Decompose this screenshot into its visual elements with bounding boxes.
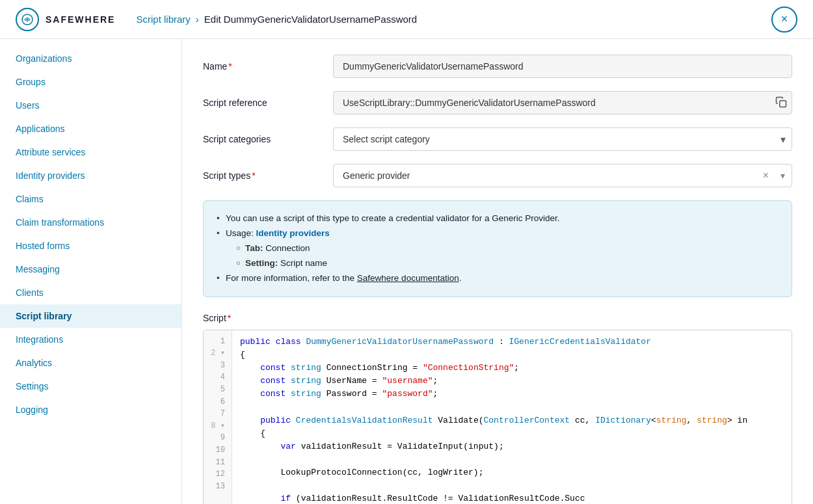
info-bullet-2: Usage: Identity providers Tab: Connectio… xyxy=(217,226,779,271)
script-reference-row: Script reference xyxy=(203,91,792,114)
sidebar-item-identity-providers[interactable]: Identity providers xyxy=(0,164,181,187)
breadcrumb-current: Edit DummyGenericValidatorUsernamePasswo… xyxy=(204,14,417,25)
sidebar-item-logging[interactable]: Logging xyxy=(0,398,181,421)
sidebar-item-clients[interactable]: Clients xyxy=(0,281,181,304)
code-line-10 xyxy=(240,453,784,466)
code-line-7: public CredentialsValidationResult Valid… xyxy=(240,414,784,427)
sidebar-item-analytics[interactable]: Analytics xyxy=(0,351,181,375)
safewhere-docs-link[interactable]: Safewhere documentation xyxy=(357,273,459,283)
script-reference-input-wrapper xyxy=(333,91,792,114)
info-tab: Tab: Connection xyxy=(236,241,779,256)
code-line-4: const string UserName = "username"; xyxy=(240,375,784,388)
sidebar-item-applications[interactable]: Applications xyxy=(0,117,181,140)
sidebar-item-script-library[interactable]: Script library xyxy=(0,304,181,328)
code-line-8: { xyxy=(240,427,784,440)
layout: Organizations Groups Users Applications … xyxy=(0,39,813,504)
line-num-5: 5 xyxy=(204,384,232,396)
code-line-12 xyxy=(240,479,784,492)
logo-text: SAFEWHERE xyxy=(46,14,115,25)
line-num-6: 6 xyxy=(204,396,232,408)
script-section-label: Script* xyxy=(203,313,792,323)
main-content: Name* Script reference xyxy=(182,39,813,504)
sidebar-item-attribute-services[interactable]: Attribute services xyxy=(0,140,181,164)
line-num-3: 3 xyxy=(204,360,232,372)
line-numbers: 1 2 ▾ 3 4 5 6 7 8 ▾ 9 10 11 12 13 xyxy=(204,330,232,504)
name-row: Name* xyxy=(203,55,792,78)
script-type-dropdown-button[interactable]: ▾ xyxy=(774,166,792,185)
copy-button[interactable] xyxy=(775,96,787,110)
line-num-2: 2 ▾ xyxy=(204,347,232,360)
script-types-row: Script types* Generic provider × ▾ xyxy=(203,164,792,187)
script-reference-input[interactable] xyxy=(333,91,792,114)
sidebar-item-claims[interactable]: Claims xyxy=(0,187,181,211)
sidebar-item-messaging[interactable]: Messaging xyxy=(0,258,181,281)
breadcrumb: Script library › Edit DummyGenericValida… xyxy=(136,14,771,25)
code-line-11: LookupProtocolConnection(cc, logWriter); xyxy=(240,466,784,479)
line-num-8: 8 ▾ xyxy=(204,420,232,432)
svg-point-1 xyxy=(27,18,29,20)
sidebar-item-settings[interactable]: Settings xyxy=(0,375,181,398)
sidebar-item-claim-transformations[interactable]: Claim transformations xyxy=(0,211,181,234)
line-num-4: 4 xyxy=(204,371,232,384)
code-line-13: if (validationResult.ResultCode != Valid… xyxy=(240,492,784,504)
line-num-10: 10 xyxy=(204,444,232,457)
code-line-1: public class DummyGenericValidatorUserna… xyxy=(240,336,784,349)
name-field-wrapper xyxy=(333,55,792,78)
info-setting: Setting: Script name xyxy=(236,256,779,271)
code-editor[interactable]: 1 2 ▾ 3 4 5 6 7 8 ▾ 9 10 11 12 13 public… xyxy=(203,330,792,504)
sidebar-item-integrations[interactable]: Integrations xyxy=(0,328,181,351)
code-line-5: const string Password = "password"; xyxy=(240,388,784,401)
script-categories-select[interactable]: Select script category xyxy=(333,127,792,151)
clear-script-type-button[interactable]: × xyxy=(758,166,774,185)
script-reference-label: Script reference xyxy=(203,91,320,108)
script-reference-field-wrapper xyxy=(333,91,792,114)
code-lines: 1 2 ▾ 3 4 5 6 7 8 ▾ 9 10 11 12 13 public… xyxy=(204,330,792,504)
info-bullet-3: For more information, refer to the Safew… xyxy=(217,271,779,286)
code-content[interactable]: public class DummyGenericValidatorUserna… xyxy=(232,330,792,504)
sidebar-item-users[interactable]: Users xyxy=(0,94,181,117)
script-type-select-wrapper: Generic provider × ▾ xyxy=(333,164,792,187)
line-num-12: 12 xyxy=(204,468,232,481)
script-categories-label: Script categories xyxy=(203,127,320,144)
close-button[interactable]: × xyxy=(771,7,797,33)
svg-rect-2 xyxy=(780,100,786,107)
info-box: You can use a script of this type to cre… xyxy=(203,200,792,297)
code-line-6 xyxy=(240,401,784,414)
sidebar: Organizations Groups Users Applications … xyxy=(0,39,182,504)
breadcrumb-separator: › xyxy=(196,14,199,25)
breadcrumb-parent[interactable]: Script library xyxy=(136,14,190,25)
info-identity-providers-link[interactable]: Identity providers xyxy=(256,228,330,238)
logo: SAFEWHERE xyxy=(16,8,115,31)
logo-icon xyxy=(16,8,39,31)
script-types-field-wrapper: Generic provider × ▾ xyxy=(333,164,792,187)
info-bullet-1: You can use a script of this type to cre… xyxy=(217,211,779,226)
line-num-1: 1 xyxy=(204,336,232,348)
name-input[interactable] xyxy=(333,55,792,78)
line-num-13: 13 xyxy=(204,481,232,493)
script-categories-select-wrapper: Select script category ▾ xyxy=(333,127,792,151)
header: SAFEWHERE Script library › Edit DummyGen… xyxy=(0,0,813,39)
sidebar-item-hosted-forms[interactable]: Hosted forms xyxy=(0,234,181,258)
line-num-7: 7 xyxy=(204,408,232,420)
script-categories-field-wrapper: Select script category ▾ xyxy=(333,127,792,151)
line-num-11: 11 xyxy=(204,457,232,469)
code-line-3: const string ConnectionString = "Connect… xyxy=(240,362,784,375)
sidebar-item-groups[interactable]: Groups xyxy=(0,70,181,94)
script-categories-row: Script categories Select script category… xyxy=(203,127,792,151)
script-types-label: Script types* xyxy=(203,164,320,181)
line-num-9: 9 xyxy=(204,432,232,444)
sidebar-item-organizations[interactable]: Organizations xyxy=(0,47,181,70)
code-line-2: { xyxy=(240,349,784,362)
name-label: Name* xyxy=(203,55,320,72)
code-line-9: var validationResult = ValidateInput(inp… xyxy=(240,440,784,453)
script-type-value: Generic provider xyxy=(334,165,758,187)
